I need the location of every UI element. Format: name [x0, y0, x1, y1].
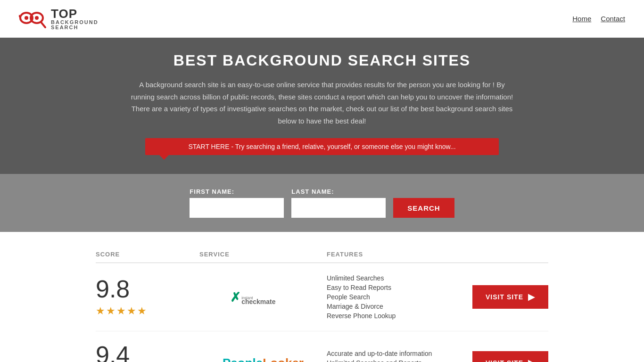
svg-text:✗: ✗ [230, 290, 241, 304]
feature-item: Easy to Read Reports [327, 284, 454, 291]
feature-item: Accurate and up-to-date information [327, 350, 454, 357]
score-column: 9.8 ★ ★ ★ ★ ★ [96, 277, 199, 317]
features-column: Accurate and up-to-date information Unli… [327, 350, 454, 362]
site-header: TOP BACKGROUND SEARCH Home Contact [0, 0, 644, 38]
arrow-icon: ▶ [528, 358, 535, 362]
main-nav: Home Contact [572, 15, 625, 23]
search-box: FIRST NAME: LAST NAME: SEARCH [0, 174, 644, 232]
visit-column: VISIT SITE ▶ [454, 351, 548, 362]
visit-site-button[interactable]: VISIT SITE ▶ [472, 351, 548, 362]
logo-top-text: TOP [51, 8, 99, 20]
last-name-group: LAST NAME: [291, 188, 386, 218]
peoplelooker-logo: PeopleLooker [223, 356, 304, 362]
col-visit [454, 251, 548, 258]
first-name-label: FIRST NAME: [190, 188, 284, 195]
feature-item: Unlimited Searches and Reports [327, 359, 454, 362]
logo-svg [19, 6, 47, 32]
hero-title: BEST BACKGROUND SEARCH SITES [9, 52, 635, 69]
logo: TOP BACKGROUND SEARCH [19, 6, 99, 32]
nav-home[interactable]: Home [572, 15, 591, 23]
logo-icon [19, 6, 47, 32]
last-name-label: LAST NAME: [291, 188, 386, 195]
feature-item: Unlimited Searches [327, 274, 454, 282]
svg-line-4 [41, 22, 45, 27]
nav-contact[interactable]: Contact [601, 15, 625, 23]
svg-text:checkmate: checkmate [241, 297, 276, 305]
star-rating: ★ ★ ★ ★ ★ [96, 305, 147, 317]
score-column: 9.4 ★ ★ ★ ★ ★ [96, 343, 199, 362]
search-button[interactable]: SEARCH [393, 198, 454, 218]
table-header-row: SCORE SERVICE FEATURES [96, 246, 548, 263]
col-score: SCORE [96, 251, 199, 258]
svg-point-5 [25, 16, 28, 20]
col-service: SERVICE [199, 251, 327, 258]
first-name-group: FIRST NAME: [190, 188, 284, 218]
score-value: 9.4 [96, 343, 130, 362]
arrow-icon: ▶ [528, 292, 535, 302]
star-3: ★ [116, 305, 126, 317]
service-column: ✗ instant checkmate [199, 284, 327, 310]
logo-text: TOP BACKGROUND SEARCH [51, 8, 99, 30]
star-2: ★ [106, 305, 116, 317]
svg-point-6 [35, 16, 39, 20]
score-value: 9.8 [96, 277, 130, 301]
checkmate-svg: ✗ instant checkmate [230, 284, 296, 310]
first-name-input[interactable] [190, 198, 284, 218]
table-row: 9.8 ★ ★ ★ ★ ★ ✗ instant checkmate Unli [96, 263, 548, 331]
col-features: FEATURES [327, 251, 454, 258]
hero-description: A background search site is an easy-to-u… [129, 79, 515, 127]
results-table: SCORE SERVICE FEATURES 9.8 ★ ★ ★ ★ ★ ✗ i… [86, 246, 558, 362]
feature-item: Reverse Phone Lookup [327, 312, 454, 320]
start-banner: START HERE - Try searching a friend, rel… [145, 138, 499, 155]
star-4: ★ [127, 305, 136, 317]
star-1: ★ [96, 305, 105, 317]
last-name-input[interactable] [291, 198, 386, 218]
visit-site-button[interactable]: VISIT SITE ▶ [472, 285, 548, 309]
visit-column: VISIT SITE ▶ [454, 285, 548, 309]
checkmate-logo: ✗ instant checkmate [230, 284, 296, 310]
star-5: ★ [137, 305, 147, 317]
logo-sub-text: BACKGROUND SEARCH [51, 20, 99, 30]
table-row: 9.4 ★ ★ ★ ★ ★ PeopleLooker Accurate and … [96, 331, 548, 362]
features-column: Unlimited Searches Easy to Read Reports … [327, 274, 454, 320]
feature-item: Marriage & Divorce [327, 303, 454, 310]
feature-item: People Search [327, 293, 454, 301]
service-column: PeopleLooker [199, 356, 327, 362]
hero-section: BEST BACKGROUND SEARCH SITES A backgroun… [0, 38, 644, 174]
